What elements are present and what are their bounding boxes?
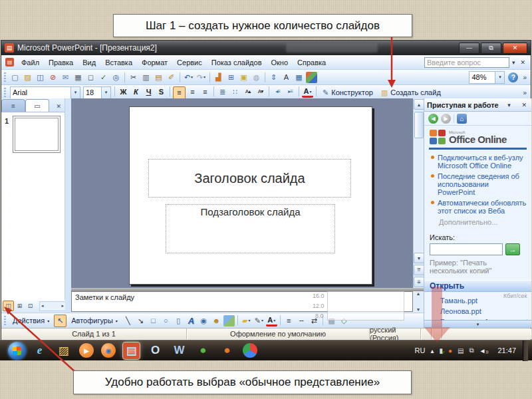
menu-item[interactable]: Показ слайдов — [207, 57, 267, 68]
textbox-icon[interactable]: ▯ — [173, 315, 184, 327]
minimize-button[interactable]: — — [459, 43, 479, 54]
research-icon[interactable]: ◎ — [110, 72, 122, 83]
menu-item[interactable]: Правка — [44, 57, 78, 68]
increase-indent-icon[interactable]: ▸≡ — [285, 86, 296, 98]
taskbar-green-app[interactable]: ● — [195, 342, 211, 359]
slideshow-button[interactable]: ⊡ — [25, 301, 35, 311]
slides-tab[interactable]: ▭ — [25, 99, 49, 112]
italic-icon[interactable]: К — [130, 86, 142, 98]
toolbar-overflow-icon[interactable]: » — [523, 74, 527, 81]
menu-item[interactable]: Вставка — [100, 57, 137, 68]
align-right-icon[interactable]: ≡ — [200, 86, 211, 98]
email-icon[interactable]: ✉ — [60, 72, 71, 83]
search-input[interactable] — [430, 243, 503, 255]
start-button[interactable] — [8, 342, 26, 360]
expand-all-icon[interactable]: ⇕ — [268, 72, 279, 83]
toolbar-separator[interactable] — [213, 86, 214, 96]
insert-hyperlink-icon[interactable]: ◍ — [251, 72, 262, 83]
menu-item[interactable]: Файл — [17, 57, 44, 68]
permission-icon[interactable]: ⊘ — [47, 72, 59, 83]
slide-title-placeholder[interactable]: Заголовок слайда — [148, 159, 351, 198]
font-size-combo[interactable]: 18 ▾ — [83, 86, 111, 99]
clipart-icon[interactable]: ☻ — [211, 315, 222, 327]
search-go-button[interactable]: → — [505, 243, 520, 255]
menu-item[interactable]: Сервис — [172, 57, 207, 68]
color-grayscale-icon[interactable] — [306, 72, 317, 83]
underline-icon[interactable]: Ч — [143, 86, 154, 98]
autoshapes-button[interactable]: Автофигуры▾ — [67, 315, 122, 327]
toolbar-separator[interactable] — [170, 86, 170, 96]
insert-chart-icon[interactable]: ▟ — [213, 72, 224, 83]
task-pane-link[interactable]: Последние сведения об использовании Powe… — [424, 171, 531, 198]
language-indicator[interactable]: RU — [414, 346, 425, 354]
undo-icon[interactable]: ↶ — [183, 72, 194, 83]
numbered-list-icon[interactable]: ≣ — [217, 86, 228, 98]
taskbar-clock[interactable]: 21:47 — [493, 346, 520, 354]
diagram-icon[interactable]: ◉ — [198, 315, 209, 327]
rectangle-icon[interactable]: □ — [148, 315, 159, 327]
menu-item[interactable]: Формат — [137, 57, 172, 68]
slide-canvas[interactable]: Заголовок слайда Подзаголовок слайда — [129, 106, 372, 285]
line-icon[interactable]: ╲ — [122, 315, 134, 327]
arrow-icon[interactable]: ↘ — [135, 315, 146, 327]
picture-icon[interactable] — [223, 315, 235, 327]
previous-slide-icon[interactable]: ⇈ — [414, 265, 424, 275]
file-link[interactable]: Леонова.ppt — [424, 306, 531, 317]
line-color-icon[interactable]: ✎ — [253, 315, 265, 327]
insert-comment-icon[interactable]: ▣ — [238, 72, 249, 83]
home-icon[interactable]: ⌂ — [457, 114, 467, 124]
taskbar-firefox[interactable]: ◉ — [101, 343, 116, 358]
taskbar-media-player[interactable]: ▶ — [79, 343, 94, 358]
insert-table-icon[interactable]: ⊞ — [225, 72, 237, 83]
open-folder-icon[interactable]: ▨ — [22, 72, 33, 83]
tray-download-icon[interactable]: ● — [448, 347, 452, 354]
notes-scrollbar[interactable]: ▲ ▼ — [413, 291, 424, 312]
taskbar-chrome[interactable] — [243, 343, 257, 358]
forward-icon[interactable]: ▶ — [441, 114, 451, 124]
toolbar-separator[interactable] — [269, 86, 269, 96]
toolbar-separator[interactable] — [209, 72, 210, 82]
toolbar-separator[interactable] — [299, 86, 299, 96]
close-pane-icon[interactable]: ✕ — [56, 103, 65, 112]
chevron-down-icon[interactable]: ▾ — [101, 87, 110, 98]
new-document-icon[interactable]: ▢ — [9, 72, 21, 83]
menubar-close-icon[interactable]: ✕ — [517, 59, 528, 66]
redo-icon[interactable]: ↷ — [196, 72, 207, 83]
toolbar-grip[interactable] — [4, 316, 6, 326]
toolbar-grip[interactable] — [4, 88, 6, 98]
scroll-down-icon[interactable]: ▼ — [416, 307, 421, 312]
help-icon[interactable]: ? — [508, 72, 518, 82]
task-pane-close-icon[interactable]: ✕ — [519, 102, 529, 108]
outline-tab[interactable]: ≡ — [1, 99, 25, 112]
task-pane-collapse-bar[interactable]: ▾ — [424, 320, 531, 328]
taskbar-powerpoint[interactable]: ▤ — [123, 342, 140, 359]
chevron-down-icon[interactable]: ▾ — [70, 87, 80, 98]
decrease-font-icon[interactable]: A▾ — [255, 86, 266, 98]
tray-clipboard-icon[interactable]: ▤ — [458, 347, 464, 354]
show-desktop-button[interactable] — [523, 340, 528, 361]
restore-button[interactable]: ⧉ — [481, 43, 501, 54]
align-center-icon[interactable]: ≡ — [187, 86, 198, 98]
scroll-down-icon[interactable]: ▼ — [414, 253, 424, 263]
tray-usb-icon[interactable]: ▮ — [439, 347, 443, 354]
spelling-icon[interactable]: ✓ — [98, 72, 109, 83]
more-link[interactable]: Дополнительно... — [424, 216, 531, 228]
paste-icon[interactable]: ▤ — [153, 72, 164, 83]
scroll-up-icon[interactable]: ▲ — [416, 291, 421, 296]
horizontal-scrollbar[interactable]: ◂ ▸ — [39, 301, 66, 311]
task-pane-dropdown-icon[interactable]: ▾ — [505, 102, 513, 108]
draw-actions-button[interactable]: Действия▾ — [9, 315, 53, 327]
tray-display-icon[interactable]: ⧉ — [469, 346, 473, 354]
slide-sorter-button[interactable]: ⊞ — [15, 301, 25, 311]
toolbar-separator[interactable] — [237, 315, 238, 325]
scroll-right-icon[interactable]: ▸ — [61, 303, 64, 309]
slide-subtitle-placeholder[interactable]: Подзаголовок слайда — [166, 204, 335, 253]
align-left-icon[interactable]: ≡ — [173, 86, 186, 99]
back-icon[interactable]: ◀ — [428, 114, 438, 124]
taskbar-outlook[interactable]: O — [147, 342, 164, 359]
toolbar-separator[interactable] — [265, 72, 265, 82]
format-painter-icon[interactable]: ✐ — [166, 72, 177, 83]
font-name-combo[interactable]: Arial ▾ — [10, 86, 80, 99]
question-input[interactable] — [424, 57, 509, 68]
scroll-up-icon[interactable]: ▲ — [414, 99, 424, 110]
